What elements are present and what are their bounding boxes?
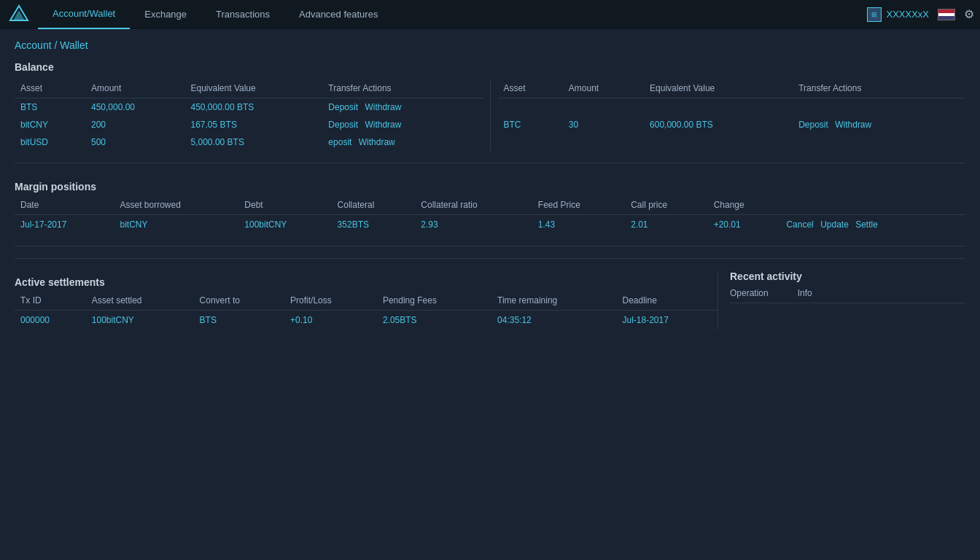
withdraw-btc[interactable]: Withdraw <box>835 120 871 130</box>
settle-col-deadline: Deadline <box>616 291 718 311</box>
deposit-bitusd[interactable]: eposit <box>328 137 351 147</box>
settle-time: 04:35:12 <box>491 311 616 330</box>
flag-icon[interactable] <box>938 9 955 20</box>
top-navigation: Account/Wallet Exchange Transactions Adv… <box>0 0 980 29</box>
deposit-btc[interactable]: Deposit <box>798 120 828 130</box>
nav-advanced[interactable]: Advanced features <box>284 0 392 29</box>
margin-table: Date Asset borrowed Debt Collateral Coll… <box>15 195 965 234</box>
nav-transactions[interactable]: Transactions <box>201 0 284 29</box>
nav-account-wallet[interactable]: Account/Wallet <box>38 0 130 29</box>
recent-col-info: Info <box>798 288 812 298</box>
margin-change: +20.01 <box>708 215 781 235</box>
margin-col-feed: Feed Price <box>532 195 625 215</box>
balance-section-header: Balance <box>15 55 54 76</box>
col-equiv-right: Equivalent Value <box>644 79 793 98</box>
margin-actions: Cancel Update Settle <box>780 215 965 235</box>
settle-col-convert: Convert to <box>194 291 285 311</box>
margin-col-ratio: Collateral ratio <box>415 195 532 215</box>
withdraw-bts[interactable]: Withdraw <box>365 102 401 112</box>
col-amount-left: Amount <box>85 79 185 98</box>
lower-section: Active settlements Tx ID Asset settled C… <box>15 258 965 330</box>
recent-activity-headers: Operation Info <box>730 288 965 303</box>
equiv-btc: 600,000.00 BTS <box>644 98 793 152</box>
settle-col-time: Time remaining <box>491 291 616 311</box>
nav-exchange[interactable]: Exchange <box>130 0 201 29</box>
equiv-bitusd: 5,000.00 BTS <box>185 133 323 151</box>
settle-txid: 000000 <box>15 311 86 330</box>
balance-row-bitusd: bitUSD 500 5,000.00 BTS eposit Withdraw <box>15 133 483 151</box>
balance-row-bitcny: bitCNY 200 167.05 BTS Deposit Withdraw <box>15 116 483 133</box>
username: XXXXXxX <box>886 9 929 20</box>
divider-2 <box>15 246 965 246</box>
actions-btc: Deposit Withdraw <box>793 98 965 152</box>
col-transfer-left: Transfer Actions <box>322 79 482 98</box>
settle-deadline: Jul-18-2017 <box>616 311 718 330</box>
equiv-bitcny: 167.05 BTS <box>185 116 323 133</box>
col-equiv-left: Equivalent Value <box>185 79 323 98</box>
asset-bts: BTS <box>15 98 85 117</box>
app-logo <box>6 1 32 28</box>
amount-bts: 450,000.00 <box>85 98 185 117</box>
amount-bitusd: 500 <box>85 133 185 151</box>
col-asset-left: Asset <box>15 79 85 98</box>
asset-bitusd: bitUSD <box>15 133 85 151</box>
balance-row-btc: BTC 30 600,000.00 BTS Deposit Withdraw <box>498 98 966 152</box>
settlements-table: Tx ID Asset settled Convert to Profit/Lo… <box>15 291 718 330</box>
balance-area: Asset Amount Equivalent Value Transfer A… <box>15 79 965 151</box>
nav-right-area: ⊞ XXXXXxX ⚙ <box>867 7 974 22</box>
col-transfer-right: Transfer Actions <box>793 79 965 98</box>
balance-section: Balance Asset Amount Equivalent Value Tr… <box>15 55 965 151</box>
settle-col-asset: Asset settled <box>86 291 194 311</box>
margin-row: Jul-17-2017 bitCNY 100bitCNY 352BTS 2.93… <box>15 215 965 235</box>
cancel-margin-button[interactable]: Cancel <box>786 219 813 230</box>
update-margin-button[interactable]: Update <box>820 219 849 230</box>
main-content: Balance Asset Amount Equivalent Value Tr… <box>0 55 980 330</box>
margin-ratio: 2.93 <box>415 215 532 235</box>
settle-col-txid: Tx ID <box>15 291 86 311</box>
recent-activity-area: Recent activity Operation Info <box>718 271 965 330</box>
recent-activity-title: Recent activity <box>730 271 965 282</box>
settle-fees: 2.05BTS <box>377 311 491 330</box>
settle-convert: BTS <box>194 311 285 330</box>
settlements-area: Active settlements Tx ID Asset settled C… <box>15 271 718 330</box>
margin-feed: 1.43 <box>532 215 625 235</box>
amount-bitcny: 200 <box>85 116 185 133</box>
withdraw-bitcny[interactable]: Withdraw <box>365 120 401 130</box>
margin-col-collateral: Collateral <box>332 195 416 215</box>
margin-section: Margin positions Date Asset borrowed Deb… <box>15 175 965 234</box>
margin-call: 2.01 <box>625 215 708 235</box>
asset-bitcny: bitCNY <box>15 116 85 133</box>
balance-left-table: Asset Amount Equivalent Value Transfer A… <box>15 79 483 151</box>
deposit-bts[interactable]: Deposit <box>328 102 358 112</box>
settlements-section-header: Active settlements <box>15 271 718 291</box>
margin-col-debt: Debt <box>238 195 331 215</box>
margin-col-date: Date <box>15 195 114 215</box>
actions-bts: Deposit Withdraw <box>322 98 482 117</box>
user-grid-icon: ⊞ <box>867 7 882 22</box>
asset-btc: BTC <box>498 98 563 152</box>
settle-col-profit: Profit/Loss <box>284 291 377 311</box>
amount-btc: 30 <box>563 98 644 152</box>
settle-margin-button[interactable]: Settle <box>855 219 878 230</box>
nav-links: Account/Wallet Exchange Transactions Adv… <box>38 0 867 29</box>
settings-icon[interactable]: ⚙ <box>964 7 974 21</box>
balance-divider <box>490 79 491 151</box>
margin-col-call: Call price <box>625 195 708 215</box>
divider-1 <box>15 163 965 163</box>
margin-asset: bitCNY <box>114 215 238 235</box>
deposit-bitcny[interactable]: Deposit <box>328 120 358 130</box>
user-badge[interactable]: ⊞ XXXXXxX <box>867 7 929 22</box>
settlement-row: 000000 100bitCNY BTS +0.10 2.05BTS 04:35… <box>15 311 718 330</box>
margin-col-actions <box>780 195 965 215</box>
settle-profit: +0.10 <box>284 311 377 330</box>
margin-col-change: Change <box>708 195 781 215</box>
margin-collateral: 352BTS <box>332 215 416 235</box>
recent-col-operation: Operation <box>730 288 769 298</box>
margin-section-header: Margin positions <box>15 175 965 195</box>
withdraw-bitusd[interactable]: Withdraw <box>359 137 395 147</box>
actions-bitcny: Deposit Withdraw <box>322 116 482 133</box>
balance-right-table: Asset Amount Equivalent Value Transfer A… <box>498 79 966 151</box>
settle-asset: 100bitCNY <box>86 311 194 330</box>
equiv-bts: 450,000.00 BTS <box>185 98 323 117</box>
col-amount-right: Amount <box>563 79 644 98</box>
